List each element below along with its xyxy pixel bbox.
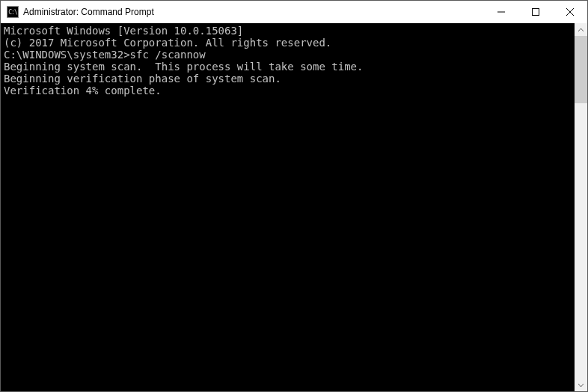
window-title: Administrator: Command Prompt — [23, 7, 484, 17]
titlebar[interactable]: C:\ Administrator: Command Prompt — [1, 1, 587, 23]
output-line: Microsoft Windows [Version 10.0.15063] — [4, 25, 575, 37]
maximize-button[interactable] — [518, 1, 553, 23]
vertical-scrollbar[interactable] — [575, 23, 587, 391]
maximize-icon — [532, 8, 539, 16]
command-text: sfc /scannow — [130, 49, 206, 61]
minimize-button[interactable] — [484, 1, 518, 23]
scroll-track[interactable] — [575, 36, 587, 379]
window-controls — [484, 1, 587, 23]
svg-rect-1 — [533, 9, 539, 16]
chevron-up-icon — [578, 28, 584, 31]
minimize-icon — [497, 8, 505, 16]
cmd-icon-text: C:\ — [8, 9, 16, 16]
svg-line-3 — [566, 8, 574, 16]
output-line: Verification 4% complete. — [4, 85, 575, 97]
scroll-thumb[interactable] — [575, 36, 587, 103]
client-area: Microsoft Windows [Version 10.0.15063](c… — [1, 23, 587, 391]
output-line: Beginning verification phase of system s… — [4, 73, 575, 85]
terminal-output[interactable]: Microsoft Windows [Version 10.0.15063](c… — [1, 23, 575, 391]
chevron-down-icon — [578, 384, 584, 387]
close-icon — [566, 8, 574, 16]
output-line: Beginning system scan. This process will… — [4, 61, 575, 73]
prompt-line: C:\WINDOWS\system32>sfc /scannow — [4, 49, 575, 61]
output-line: (c) 2017 Microsoft Corporation. All righ… — [4, 37, 575, 49]
command-prompt-window: C:\ Administrator: Command Prompt — [0, 0, 588, 392]
scroll-down-button[interactable] — [575, 379, 587, 391]
scroll-up-button[interactable] — [575, 23, 587, 36]
prompt-text: C:\WINDOWS\system32> — [4, 49, 130, 61]
close-button[interactable] — [553, 1, 587, 23]
cmd-icon: C:\ — [7, 6, 19, 18]
svg-line-2 — [566, 8, 574, 16]
